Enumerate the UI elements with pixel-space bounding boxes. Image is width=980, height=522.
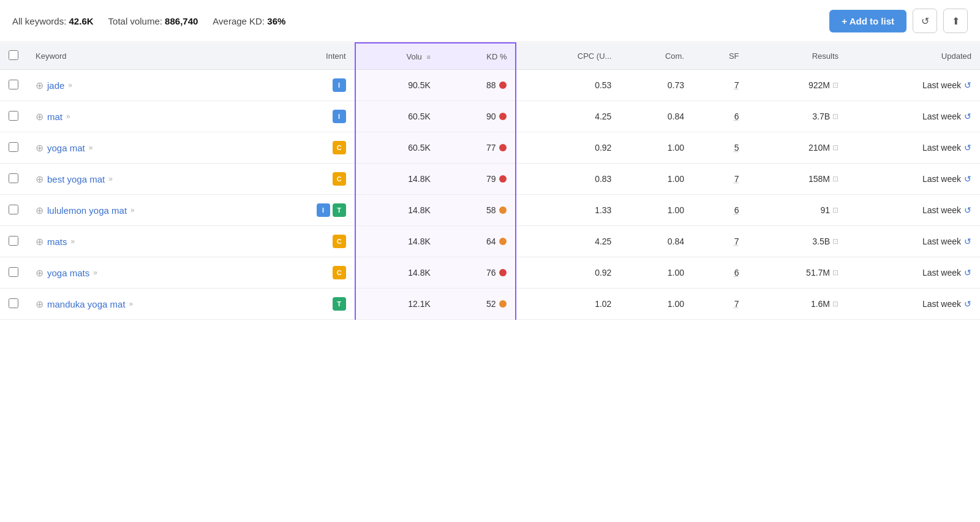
magnifier-icon[interactable]: ⊡ <box>832 206 839 214</box>
row-updated-cell: Last week ↺ <box>847 257 980 289</box>
row-checkbox[interactable] <box>9 236 18 246</box>
row-checkbox[interactable] <box>9 80 18 89</box>
row-cpc-cell: 0.83 <box>516 164 620 195</box>
keyword-link[interactable]: jade <box>47 80 64 91</box>
keyword-link[interactable]: yoga mats <box>47 268 89 278</box>
avg-kd-stat: Average KD: 36% <box>213 16 285 26</box>
results-value: 210M <box>809 143 830 153</box>
row-keyword-cell: ⊕ mats » <box>27 226 260 257</box>
updated-value: Last week <box>922 80 961 90</box>
row-checkbox-cell[interactable] <box>0 257 27 289</box>
keyword-link[interactable]: best yoga mat <box>47 174 105 184</box>
row-checkbox-cell[interactable] <box>0 164 27 195</box>
intent-badge-i: I <box>333 110 346 123</box>
row-checkbox[interactable] <box>9 142 18 152</box>
row-checkbox-cell[interactable] <box>0 195 27 226</box>
row-intent-cell: C <box>260 226 355 257</box>
keyword-link[interactable]: yoga mat <box>47 143 85 153</box>
magnifier-icon[interactable]: ⊡ <box>832 143 839 152</box>
row-results-cell: 91 ⊡ <box>748 195 847 226</box>
row-keyword-cell: ⊕ mat » <box>27 101 260 132</box>
updated-value: Last week <box>922 174 961 184</box>
row-keyword-cell: ⊕ best yoga mat » <box>27 164 260 195</box>
table-row: ⊕ best yoga mat » C14.8K 79 0.831.007 15… <box>0 164 980 195</box>
add-keyword-icon[interactable]: ⊕ <box>36 267 43 279</box>
magnifier-icon[interactable]: ⊡ <box>832 300 839 308</box>
row-refresh-icon[interactable]: ↺ <box>964 268 971 278</box>
magnifier-icon[interactable]: ⊡ <box>832 237 839 246</box>
keyword-link[interactable]: lululemon yoga mat <box>47 205 127 216</box>
table-row: ⊕ mat » I60.5K 90 4.250.846 3.7B ⊡ Last … <box>0 101 980 132</box>
top-bar: All keywords: 42.6K Total volume: 886,74… <box>0 0 980 42</box>
select-all-checkbox[interactable] <box>9 50 18 60</box>
kd-value: 90 <box>486 112 496 121</box>
row-checkbox-cell[interactable] <box>0 226 27 257</box>
kd-value: 76 <box>486 268 496 278</box>
row-checkbox-cell[interactable] <box>0 70 27 101</box>
results-value: 3.5B <box>812 236 830 246</box>
row-refresh-icon[interactable]: ↺ <box>964 299 971 309</box>
magnifier-icon[interactable]: ⊡ <box>832 175 839 183</box>
row-refresh-icon[interactable]: ↺ <box>964 236 971 246</box>
row-sf-cell: 7 <box>693 226 748 257</box>
add-keyword-icon[interactable]: ⊕ <box>36 205 43 216</box>
sf-value: 7 <box>734 80 739 90</box>
row-checkbox-cell[interactable] <box>0 101 27 132</box>
refresh-button[interactable]: ↺ <box>913 9 937 33</box>
row-checkbox[interactable] <box>9 173 18 183</box>
row-com-cell: 0.73 <box>620 70 693 101</box>
row-refresh-icon[interactable]: ↺ <box>964 174 971 184</box>
updated-value: Last week <box>922 205 961 215</box>
results-value: 91 <box>820 205 830 215</box>
add-to-list-button[interactable]: + Add to list <box>829 10 907 32</box>
row-checkbox[interactable] <box>9 267 18 277</box>
intent-badge-i: I <box>333 78 346 92</box>
kd-value: 58 <box>486 205 496 215</box>
volume-filter-icon: ≡ <box>426 53 430 61</box>
add-keyword-icon[interactable]: ⊕ <box>36 80 43 91</box>
row-checkbox[interactable] <box>9 111 18 121</box>
header-kd: KD % <box>439 43 516 70</box>
magnifier-icon[interactable]: ⊡ <box>832 112 839 121</box>
export-button[interactable]: ⬆ <box>943 9 968 33</box>
intent-badge-c: C <box>333 235 346 248</box>
row-com-cell: 1.00 <box>620 257 693 289</box>
row-checkbox[interactable] <box>9 205 18 214</box>
header-results: Results <box>748 43 847 70</box>
magnifier-icon[interactable]: ⊡ <box>832 268 839 277</box>
row-sf-cell: 6 <box>693 101 748 132</box>
row-checkbox-cell[interactable] <box>0 132 27 164</box>
header-checkbox[interactable] <box>0 43 27 70</box>
row-refresh-icon[interactable]: ↺ <box>964 80 971 90</box>
keyword-link[interactable]: mat <box>47 112 62 122</box>
row-refresh-icon[interactable]: ↺ <box>964 205 971 215</box>
add-keyword-icon[interactable]: ⊕ <box>36 236 43 248</box>
add-keyword-icon[interactable]: ⊕ <box>36 142 43 154</box>
row-refresh-icon[interactable]: ↺ <box>964 112 971 121</box>
row-updated-cell: Last week ↺ <box>847 164 980 195</box>
row-com-cell: 1.00 <box>620 164 693 195</box>
header-volume[interactable]: Volu ≡ <box>355 43 439 70</box>
row-checkbox[interactable] <box>9 298 18 308</box>
row-checkbox-cell[interactable] <box>0 289 27 320</box>
kd-value: 77 <box>486 143 496 153</box>
kd-dot <box>499 300 507 308</box>
keyword-link[interactable]: manduka yoga mat <box>47 299 126 309</box>
row-volume-cell: 12.1K <box>355 289 439 320</box>
add-keyword-icon[interactable]: ⊕ <box>36 173 43 185</box>
row-kd-cell: 88 <box>439 70 516 101</box>
header-sf: SF <box>693 43 748 70</box>
table-container: Keyword Intent Volu ≡ KD % CPC (U... Com… <box>0 42 980 320</box>
all-keywords-stat: All keywords: 42.6K <box>12 16 94 26</box>
magnifier-icon[interactable]: ⊡ <box>832 81 839 89</box>
keyword-link[interactable]: mats <box>47 236 67 247</box>
row-intent-cell: C <box>260 132 355 164</box>
sf-value: 6 <box>734 112 739 121</box>
row-results-cell: 3.7B ⊡ <box>748 101 847 132</box>
add-keyword-icon[interactable]: ⊕ <box>36 111 43 123</box>
add-keyword-icon[interactable]: ⊕ <box>36 298 43 310</box>
header-updated: Updated <box>847 43 980 70</box>
row-refresh-icon[interactable]: ↺ <box>964 143 971 153</box>
row-com-cell: 1.00 <box>620 289 693 320</box>
total-volume-stat: Total volume: 886,740 <box>108 16 198 26</box>
